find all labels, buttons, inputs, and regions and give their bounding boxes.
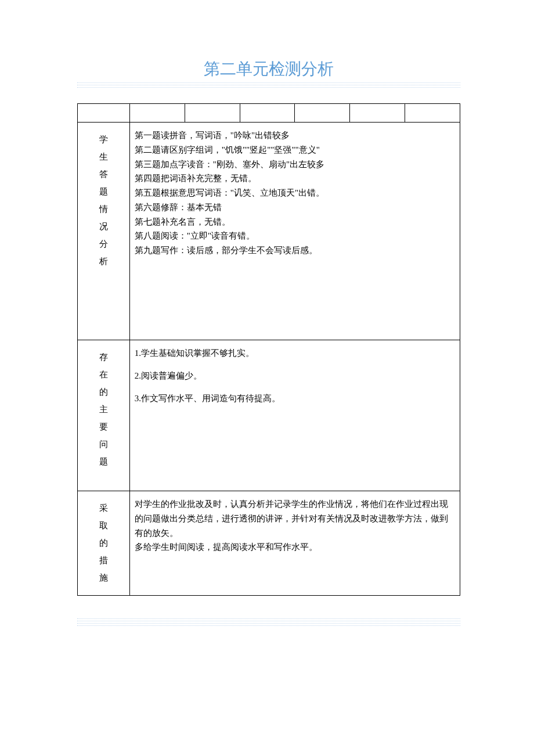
analysis-line: 第一题读拼音，写词语，"吟咏"出错较多: [135, 128, 455, 143]
header-cell: [240, 104, 295, 123]
header-cell: [295, 104, 350, 123]
table-row: 学生答题情况分析 第一题读拼音，写词语，"吟咏"出错较多 第二题请区别字组词，"…: [78, 123, 460, 340]
header-cell: [185, 104, 240, 123]
analysis-line: 第五题根据意思写词语："讥笑、立地顶天"出错。: [135, 186, 455, 200]
problem-line: 2.阅读普遍偏少。: [135, 369, 455, 383]
measure-line: 多给学生时间阅读，提高阅读水平和写作水平。: [135, 540, 455, 555]
divider: [77, 618, 460, 619]
label-text: 采取的措施: [99, 499, 108, 586]
label-text: 存在的主要问题: [99, 348, 108, 470]
divider: [77, 82, 460, 83]
table-header-row: [78, 104, 460, 123]
header-cell: [78, 104, 130, 123]
row-label-analysis: 学生答题情况分析: [78, 123, 130, 340]
problem-line: 3.作文写作水平、用词造句有待提高。: [135, 391, 455, 406]
analysis-line: 第三题加点字读音："刚劲、塞外、扇动"出左较多: [135, 157, 455, 172]
page-title: 第二单元检测分析: [77, 0, 460, 85]
header-cell: [405, 104, 460, 123]
header-cell: [350, 104, 405, 123]
measures-content: 对学生的作业批改及时，认真分析并记录学生的作业情况，将他们在作业过程出现的问题做…: [129, 491, 460, 596]
analysis-line: 第六题修辞：基本无错: [135, 200, 455, 215]
analysis-line: 第九题写作：读后感，部分学生不会写读后感。: [135, 243, 455, 258]
divider: [77, 623, 460, 624]
analysis-table: 学生答题情况分析 第一题读拼音，写词语，"吟咏"出错较多 第二题请区别字组词，"…: [77, 103, 460, 596]
divider: [77, 621, 460, 621]
divider: [77, 625, 460, 626]
table-row: 采取的措施 对学生的作业批改及时，认真分析并记录学生的作业情况，将他们在作业过程…: [78, 491, 460, 596]
header-cell: [129, 104, 185, 123]
label-text: 学生答题情况分析: [99, 131, 108, 270]
analysis-line: 第四题把词语补充完整，无错。: [135, 171, 455, 186]
bottom-divider: [77, 618, 460, 626]
row-label-problems: 存在的主要问题: [78, 340, 130, 491]
table-row: 存在的主要问题 1.学生基础知识掌握不够扎实。 2.阅读普遍偏少。 3.作文写作…: [78, 340, 460, 491]
row-label-measures: 采取的措施: [78, 491, 130, 596]
problem-line: 1.学生基础知识掌握不够扎实。: [135, 346, 455, 361]
measure-line: 对学生的作业批改及时，认真分析并记录学生的作业情况，将他们在作业过程出现的问题做…: [135, 497, 455, 540]
analysis-line: 第七题补充名言，无错。: [135, 215, 455, 229]
analysis-line: 第八题阅读："立即"读音有错。: [135, 229, 455, 243]
divider: [77, 87, 460, 88]
divider: [77, 85, 460, 85]
problems-content: 1.学生基础知识掌握不够扎实。 2.阅读普遍偏少。 3.作文写作水平、用词造句有…: [129, 340, 460, 491]
analysis-line: 第二题请区别字组词，"饥饿""竖起""坚强""意义": [135, 143, 455, 157]
analysis-content: 第一题读拼音，写词语，"吟咏"出错较多 第二题请区别字组词，"饥饿""竖起""坚…: [129, 123, 460, 340]
